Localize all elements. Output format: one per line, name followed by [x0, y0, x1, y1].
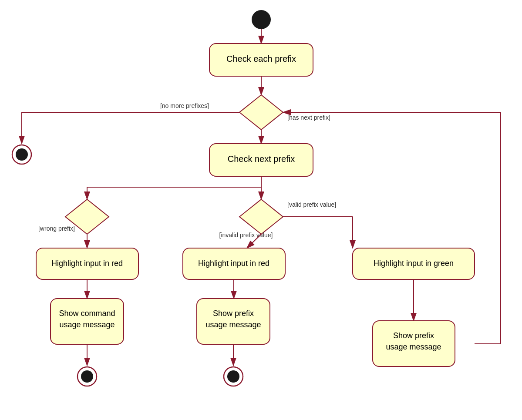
end-node-bottom-middle-inner: [227, 370, 239, 383]
arrow-no-more-prefixes-path: [22, 112, 239, 144]
show-prefix-usage-2-label-line1: Show prefix: [393, 331, 434, 340]
highlight-green-label: Highlight input in green: [374, 259, 454, 268]
end-node-bottom-left-inner: [81, 370, 93, 383]
arrow-prefix2-loop-back: [283, 112, 501, 344]
decision-diamond-1: [239, 95, 283, 130]
show-command-usage-label-line1: Show command: [59, 309, 115, 318]
wrong-prefix-label: [wrong prefix]: [38, 225, 75, 232]
show-prefix-usage-2-label-line2: usage message: [386, 343, 441, 351]
start-node: [252, 10, 271, 29]
check-each-prefix-label: Check each prefix: [226, 54, 296, 64]
decision-diamond-right: [239, 199, 283, 234]
check-next-prefix-label: Check next prefix: [228, 154, 295, 164]
highlight-red-1-label: Highlight input in red: [51, 259, 123, 268]
valid-prefix-label: [valid prefix value]: [287, 201, 336, 208]
show-prefix-usage-1-label-line2: usage message: [205, 320, 261, 329]
show-command-usage-label-line2: usage message: [59, 320, 115, 329]
has-next-prefix-label: [has next prefix]: [287, 114, 330, 121]
invalid-prefix-label: [invalid prefix value]: [219, 232, 273, 239]
highlight-red-2-label: Highlight input in red: [198, 259, 269, 268]
no-more-prefixes-label: [no more prefixes]: [160, 102, 209, 109]
show-prefix-usage-1-label-line1: Show prefix: [213, 309, 254, 318]
end-node-left-inner: [16, 148, 28, 161]
